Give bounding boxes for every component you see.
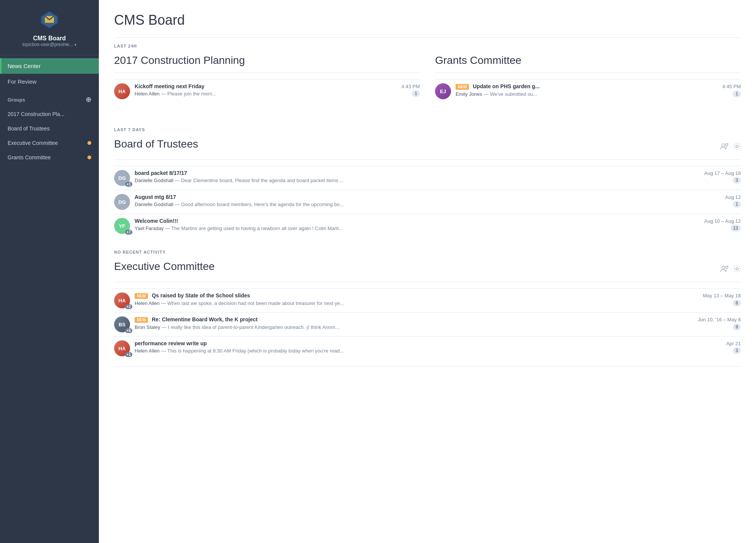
message-preview: Danielle Godshall — Dear Clementine boar… xyxy=(135,178,730,183)
divider xyxy=(114,37,741,38)
avatar-badge: +7 xyxy=(125,230,132,235)
message-time: Aug 12 xyxy=(725,194,741,200)
svg-point-7 xyxy=(736,145,738,148)
grants-committee-24h-section: Grants Committee EJ NEW Update on PHS ga… xyxy=(435,54,741,103)
avatar: BS +5 xyxy=(114,316,130,332)
reply-count: 9 xyxy=(733,324,741,330)
members-icon[interactable] xyxy=(720,265,729,274)
reply-count: 3 xyxy=(733,347,741,354)
main-content: CMS Board LAST 24H 2017 Construction Pla… xyxy=(99,0,756,543)
settings-icon[interactable] xyxy=(733,143,741,152)
svg-point-8 xyxy=(722,266,725,269)
message-item[interactable]: HA Kickoff meeting next Friday 4:43 PM H… xyxy=(114,79,420,103)
svg-point-3 xyxy=(722,144,725,147)
no-recent-label: NO RECENT ACTIVITY xyxy=(114,250,741,254)
divider xyxy=(114,366,741,367)
message-preview: Emily Jones — We've submitted ou... xyxy=(456,91,730,97)
message-preview: Bron Staley — I really like this idea of… xyxy=(135,324,730,330)
construction-group-section: 2017 Construction Planning HA Kickoff me… xyxy=(114,54,420,103)
message-subject: Kickoff meeting next Friday xyxy=(135,83,205,89)
sidebar-nav: News Center For Review Groups ⊕ 2017 Con… xyxy=(0,55,99,168)
message-content: NEW Update on PHS garden g... 4:45 PM Em… xyxy=(456,83,741,97)
exec-committee-section: Executive Committee xyxy=(114,260,741,367)
add-group-button[interactable]: ⊕ xyxy=(86,95,91,104)
message-item[interactable]: YF +7 Welcome Colin!!! Aug 10 – Aug 12 Y… xyxy=(114,214,741,238)
avatar-badge: +1 xyxy=(125,182,132,187)
sidebar-item-grants-committee[interactable]: Grants Committee xyxy=(0,150,99,165)
avatar: DG +1 xyxy=(114,170,130,186)
last-24h-section: 2017 Construction Planning HA Kickoff me… xyxy=(114,54,741,115)
sidebar-item-exec-committee[interactable]: Executive Committee xyxy=(0,136,99,150)
sidebar-item-construction[interactable]: 2017 Construction Pla... xyxy=(0,107,99,121)
message-preview: Danielle Godshall — Good afternoon board… xyxy=(135,202,730,207)
message-preview: Helen Allen — This is happening at 8:30 … xyxy=(135,348,730,354)
notification-dot xyxy=(87,156,91,159)
message-preview: Helen Allen — When last we spoke, a deci… xyxy=(135,300,730,306)
sidebar-app-name: CMS Board xyxy=(33,35,66,42)
svg-point-9 xyxy=(726,266,728,268)
new-badge: NEW xyxy=(135,293,148,299)
avatar: HA xyxy=(114,83,130,99)
message-time: Apr 21 xyxy=(726,341,741,346)
chevron-down-icon: ▾ xyxy=(75,43,76,47)
last-24h-label: LAST 24H xyxy=(114,44,741,48)
sidebar-header: CMS Board topicbox-user@preshie... ▾ xyxy=(0,0,99,55)
avatar: YF +7 xyxy=(114,218,130,234)
reply-count: 6 xyxy=(733,300,741,306)
avatar: HA +2 xyxy=(114,292,130,308)
message-content: Kickoff meeting next Friday 4:43 PM Hele… xyxy=(135,83,420,97)
grants-committee-title: Grants Committee xyxy=(435,54,741,67)
last-7days-label: LAST 7 DAYS xyxy=(114,127,741,132)
divider xyxy=(114,159,741,160)
message-item[interactable]: HA +1 performance review write up Apr 21… xyxy=(114,336,741,360)
notification-dot xyxy=(87,141,91,145)
sidebar-item-board-trustees[interactable]: Board of Trustees xyxy=(0,121,99,136)
message-item[interactable]: DG +1 board packet 8/17/17 Aug 17 – Aug … xyxy=(114,166,741,190)
message-item[interactable]: DG August mtg 8/17 Aug 12 Danielle Godsh… xyxy=(114,190,741,214)
message-time: 4:45 PM xyxy=(723,84,741,89)
message-subject: August mtg 8/17 xyxy=(135,194,176,200)
message-time: Aug 17 – Aug 18 xyxy=(704,170,741,176)
avatar-badge: +1 xyxy=(125,352,132,357)
sidebar: CMS Board topicbox-user@preshie... ▾ New… xyxy=(0,0,99,543)
message-subject: NEW Re: Clementine Board Work, the K pro… xyxy=(135,316,257,323)
avatar: DG xyxy=(114,194,130,210)
message-subject: Welcome Colin!!! xyxy=(135,218,178,224)
message-item[interactable]: EJ NEW Update on PHS garden g... 4:45 PM… xyxy=(435,79,741,103)
message-subject: performance review write up xyxy=(135,340,207,346)
message-preview: Yael Faraday — The Martins are getting u… xyxy=(135,225,727,231)
page-title: CMS Board xyxy=(114,12,741,28)
message-time: Jun 10, '16 – May 8 xyxy=(698,317,741,322)
message-time: 4:43 PM xyxy=(402,84,420,89)
message-item[interactable]: BS +5 NEW Re: Clementine Board Work, the… xyxy=(114,312,741,336)
sidebar-item-for-review[interactable]: For Review xyxy=(0,74,99,89)
divider xyxy=(114,73,420,73)
construction-group-title: 2017 Construction Planning xyxy=(114,54,420,67)
avatar: EJ xyxy=(435,83,451,99)
groups-section-header: Groups ⊕ xyxy=(0,89,99,107)
reply-count: 1 xyxy=(733,201,741,208)
board-trustees-title: Board of Trustees xyxy=(114,138,198,150)
board-trustees-section: Board of Trustees xyxy=(114,138,741,238)
message-preview: Helen Allen — Please join the mem... xyxy=(135,91,409,97)
app-logo xyxy=(39,9,60,30)
svg-point-12 xyxy=(736,268,738,270)
message-item[interactable]: HA +2 NEW Qs raised by State of the Scho… xyxy=(114,288,741,312)
reply-count: 1 xyxy=(412,90,420,97)
sidebar-user-email[interactable]: topicbox-user@preshie... ▾ xyxy=(22,42,77,47)
divider xyxy=(435,73,741,73)
message-subject: board packet 8/17/17 xyxy=(135,170,187,176)
message-subject: NEW Update on PHS garden g... xyxy=(456,83,540,90)
message-time: Aug 10 – Aug 12 xyxy=(704,218,741,224)
reply-count: 13 xyxy=(731,225,741,232)
new-badge: NEW xyxy=(456,84,469,90)
sidebar-item-news-center[interactable]: News Center xyxy=(0,58,99,74)
exec-committee-title: Executive Committee xyxy=(114,260,215,273)
new-badge: NEW xyxy=(135,317,148,323)
reply-count: 1 xyxy=(733,90,741,97)
members-icon[interactable] xyxy=(720,143,729,152)
reply-count: 3 xyxy=(733,177,741,184)
settings-icon[interactable] xyxy=(733,265,741,275)
avatar-badge: +5 xyxy=(125,328,132,333)
message-time: May 13 – May 18 xyxy=(703,293,741,298)
